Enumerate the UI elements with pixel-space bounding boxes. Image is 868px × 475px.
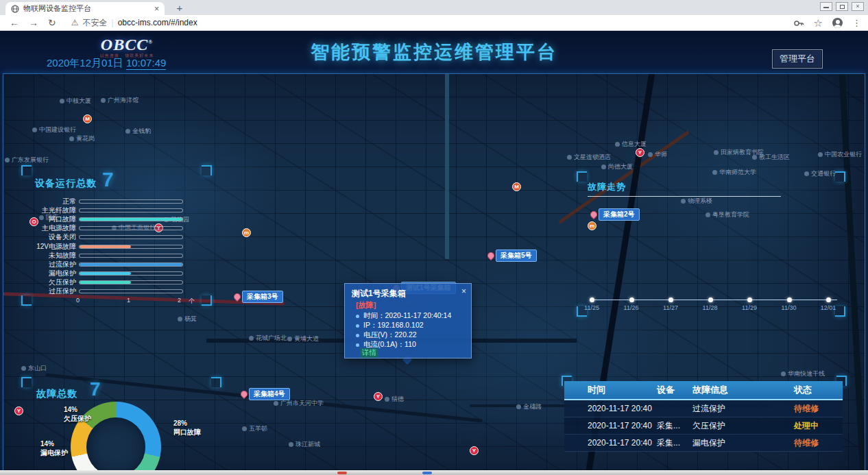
device-bar-row: 网口故障 [21, 215, 202, 223]
refresh-icon[interactable]: ↻ [48, 17, 56, 28]
collector-marker[interactable]: 采集箱3号 [234, 291, 283, 303]
menu-dots-icon[interactable]: ⋮ [852, 18, 861, 28]
donut-slice-label: 14%欠压保护 [64, 406, 91, 423]
map-place-label: 猎德 [385, 395, 404, 404]
fault-panel-title: 故障总数 [36, 388, 77, 400]
popup-field: IP：192.168.0.102 [356, 321, 424, 330]
divider: | [112, 18, 114, 27]
bookmark-star-icon[interactable]: ☆ [814, 17, 823, 29]
map-frame: 中核大厦广州海洋馆金钱豹黄花岗中国建设银行广东发展银行信息大厦文星连锁酒店尚德大… [3, 73, 865, 471]
popup-field: 时间：2020-11-17 20:40:14 [356, 311, 451, 321]
browser-address-bar: ← → ↻ ⚠ 不安全 | obcc-ims.com/#/index ☆ ⋮ [0, 15, 868, 31]
fault-table-row[interactable]: 2020-11-17 20:40采集...漏电保护待维修 [564, 435, 843, 452]
donut-slice-label: 14%漏电保护 [40, 440, 68, 457]
forward-icon[interactable]: → [29, 17, 38, 28]
device-bar-row: 主电源故障 [21, 224, 202, 233]
map-place-label: 花城广场北 [249, 334, 287, 343]
key-icon[interactable] [793, 18, 804, 29]
metro-station-icon: M [83, 114, 92, 123]
profile-avatar-icon[interactable] [832, 18, 843, 28]
map-place-label: 东山口 [21, 364, 47, 373]
map-place-label: 广州海洋馆 [101, 96, 138, 105]
device-bar-row: 12V电源故障 [21, 242, 202, 251]
trend-x-label: 11/26 [624, 304, 639, 311]
trend-x-label: 11/29 [742, 304, 757, 311]
popup-detail-link[interactable]: 详情 [360, 348, 378, 358]
map-place-label: 金钱豹 [125, 127, 151, 136]
popup-status-tag: [故障] [356, 300, 376, 310]
tab-close-icon[interactable]: × [154, 5, 159, 13]
device-bar-row: 设备关闭 [21, 233, 202, 242]
map-place-label: 文星连锁酒店 [567, 153, 611, 162]
dashboard-header: OBCC® 以光连接 · 物联美好未来 2020年12月01日 10:07:49… [0, 31, 868, 74]
window-restore-button[interactable] [836, 2, 848, 11]
map-place-label: 尚德大厦 [601, 162, 633, 171]
trend-gridline [588, 196, 781, 197]
fault-panel-total: 7 [90, 380, 101, 399]
metro-station-icon: m [242, 228, 251, 237]
collector-pin-icon [486, 251, 496, 260]
trend-dot [668, 297, 673, 302]
map-place-label: 华师 [648, 150, 667, 159]
device-bar-list: 正常主光纤故障网口故障主电源故障设备关闭12V电源故障未知故障过流保护漏电保护欠… [21, 197, 202, 296]
collector-pin-icon [239, 389, 249, 399]
trend-dot [629, 297, 634, 302]
popup-title: 测试1号采集箱 [352, 288, 406, 300]
trend-dot [826, 297, 831, 302]
metro-station-icon: Y [636, 148, 644, 157]
browser-tab[interactable]: 物联网设备监控平台 × [5, 2, 165, 15]
admin-platform-button[interactable]: 管理平台 [772, 49, 823, 69]
collector-label: 采集箱3号 [242, 291, 283, 303]
map-place-label: 杨箕 [178, 315, 197, 324]
fault-table-row[interactable]: 2020-11-17 20:40过流保护待维修 [564, 400, 843, 417]
new-tab-button[interactable]: + [173, 2, 186, 14]
browser-tab-strip: 物联网设备监控平台 × + × [0, 0, 868, 15]
device-panel-title: 设备运行总数 [35, 178, 97, 190]
trend-panel-title: 故障走势 [588, 181, 626, 193]
collector-label: 采集箱5号 [496, 249, 537, 262]
trend-dot [747, 297, 752, 302]
globe-favicon-icon [11, 5, 19, 13]
map-road [445, 74, 449, 259]
collector-marker[interactable]: 采集箱4号 [241, 388, 290, 400]
window-minimize-button[interactable] [820, 2, 832, 11]
page-title: 智能预警监控运维管理平台 [0, 40, 868, 64]
back-icon[interactable]: ← [10, 17, 19, 28]
device-bar-row: 漏电保护 [21, 269, 202, 278]
device-bar-row: 欠压保护 [21, 278, 202, 287]
trend-dot [590, 297, 594, 302]
fault-table-row[interactable]: 2020-11-17 20:40采集...欠压保护处理中 [564, 417, 843, 435]
taskbar-sliver[interactable] [0, 470, 868, 475]
fault-table-panel: 时间 设备 故障信息 状态 2020-11-17 20:40过流保护待维修202… [562, 376, 847, 475]
collector-marker[interactable]: 采集箱5号 [487, 249, 537, 262]
collector-pin-icon [232, 292, 242, 302]
map-place-label: 珠江新城 [289, 440, 320, 449]
collector-label: 采集箱4号 [249, 388, 290, 400]
app-window: 物联网设备监控平台 × + × ← → ↻ ⚠ 不安全 | obcc-ims.c… [0, 0, 868, 475]
map-place-label: 中核大厦 [60, 97, 91, 106]
url-text: obcc-ims.com/#/index [118, 18, 197, 27]
map-place-label: 金穗路 [516, 402, 542, 411]
device-bar-row: 主光纤故障 [21, 206, 202, 215]
trend-x-label: 11/28 [703, 304, 718, 311]
device-axis-unit: 个 [189, 297, 195, 306]
device-panel-total: 7 [102, 169, 114, 190]
tab-title: 物联网设备监控平台 [23, 3, 150, 14]
device-bar-row: 过流保护 [21, 260, 202, 269]
fault-trend-panel: 故障走势 11/2511/2611/2711/2811/2911/3012/01 [577, 171, 845, 317]
trend-x-label: 11/25 [584, 304, 599, 311]
map-place-label: 黄埔大道 [287, 334, 319, 343]
security-warning-icon: ⚠ [71, 18, 79, 27]
popup-close-icon[interactable]: × [461, 287, 466, 296]
device-info-popup: 测试1号采集箱 × [故障] 时间：2020-11-17 20:40:14IP：… [344, 283, 472, 358]
fault-donut-hole [86, 417, 145, 475]
window-close-button[interactable]: × [852, 2, 864, 11]
map-place-label: 五羊邨 [242, 424, 267, 433]
url-field[interactable]: ⚠ 不安全 | obcc-ims.com/#/index [71, 17, 197, 29]
donut-slice-label: 28%网口故障 [173, 419, 201, 437]
trend-x-label: 12/01 [821, 304, 836, 311]
device-bar-row: 正常 [21, 197, 202, 206]
map-place-label: 中国农业银行 [818, 150, 862, 159]
security-label: 不安全 [83, 17, 108, 29]
trend-data-line [590, 300, 837, 300]
